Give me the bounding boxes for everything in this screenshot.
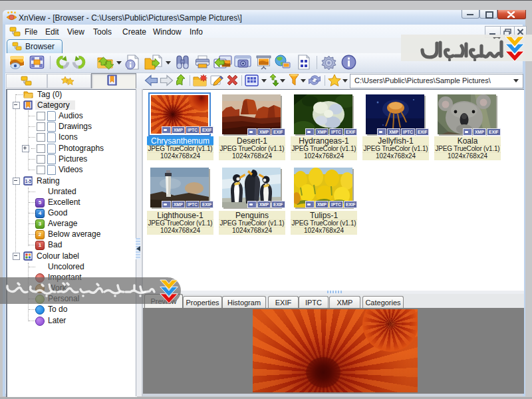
svg-text:1-5: 1-5 [25, 179, 32, 184]
